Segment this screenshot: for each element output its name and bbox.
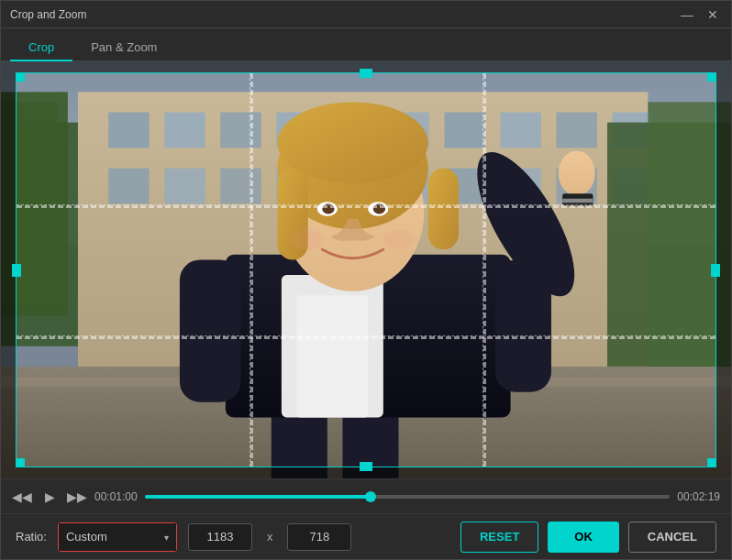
width-input[interactable] xyxy=(193,530,248,544)
rewind-icon: ◀◀ xyxy=(12,489,32,504)
progress-bar[interactable] xyxy=(145,495,671,499)
mask-top xyxy=(1,61,731,72)
grid-line-h2 xyxy=(17,335,715,339)
title-bar: Crop and Zoom — ✕ xyxy=(1,1,731,28)
handle-top-left[interactable] xyxy=(16,72,25,82)
total-time: 00:02:19 xyxy=(677,490,720,503)
video-controls: ◀◀ ▶ ▶▶ 00:01:00 00:02:19 xyxy=(1,478,731,513)
video-area xyxy=(1,61,731,478)
crop-box[interactable] xyxy=(16,72,716,467)
height-input[interactable] xyxy=(292,530,347,544)
progress-fill xyxy=(145,495,371,499)
minimize-button[interactable]: — xyxy=(678,5,696,24)
handle-bottom-right[interactable] xyxy=(707,458,716,467)
ratio-select-wrapper[interactable]: Custom 16:9 4:3 1:1 9:16 ▾ xyxy=(58,522,177,552)
close-icon: ✕ xyxy=(707,7,718,22)
tab-crop[interactable]: Crop xyxy=(10,35,72,61)
cancel-button[interactable]: CANCEL xyxy=(628,522,716,553)
play-button[interactable]: ▶ xyxy=(39,487,60,507)
handle-top-right[interactable] xyxy=(707,72,716,82)
play-icon: ▶ xyxy=(45,489,55,504)
grid-line-v2 xyxy=(482,73,486,467)
handle-bottom-left[interactable] xyxy=(16,458,25,467)
size-separator: x xyxy=(267,530,273,544)
mask-right xyxy=(716,72,731,467)
close-button[interactable]: ✕ xyxy=(704,5,722,24)
width-input-box[interactable] xyxy=(188,523,252,551)
current-time: 00:01:00 xyxy=(94,490,138,503)
crop-overlay xyxy=(1,61,731,478)
reset-button[interactable]: RESET xyxy=(460,522,538,553)
grid-line-h1 xyxy=(17,204,715,208)
ratio-label: Ratio: xyxy=(16,530,47,544)
tab-pan-zoom[interactable]: Pan & Zoom xyxy=(72,35,175,61)
forward-button[interactable]: ▶▶ xyxy=(67,487,87,507)
video-frame xyxy=(1,61,731,478)
window-title: Crop and Zoom xyxy=(10,8,86,21)
minimize-icon: — xyxy=(681,7,693,22)
forward-icon: ▶▶ xyxy=(67,489,87,504)
rewind-button[interactable]: ◀◀ xyxy=(12,487,32,507)
bottom-controls: Ratio: Custom 16:9 4:3 1:1 9:16 ▾ x RESE… xyxy=(1,513,731,559)
bottom-actions: RESET OK CANCEL xyxy=(460,522,716,553)
main-window: Crop and Zoom — ✕ Crop Pan & Zoom xyxy=(0,0,732,560)
ratio-select[interactable]: Custom 16:9 4:3 1:1 9:16 xyxy=(59,523,176,551)
mask-bottom xyxy=(1,467,731,478)
grid-line-v1 xyxy=(250,73,253,467)
title-bar-controls: — ✕ xyxy=(678,5,722,24)
progress-thumb[interactable] xyxy=(365,491,376,502)
tab-bar: Crop Pan & Zoom xyxy=(1,28,731,61)
mask-left xyxy=(1,72,16,467)
ok-button[interactable]: OK xyxy=(548,522,619,553)
height-input-box[interactable] xyxy=(287,523,351,551)
